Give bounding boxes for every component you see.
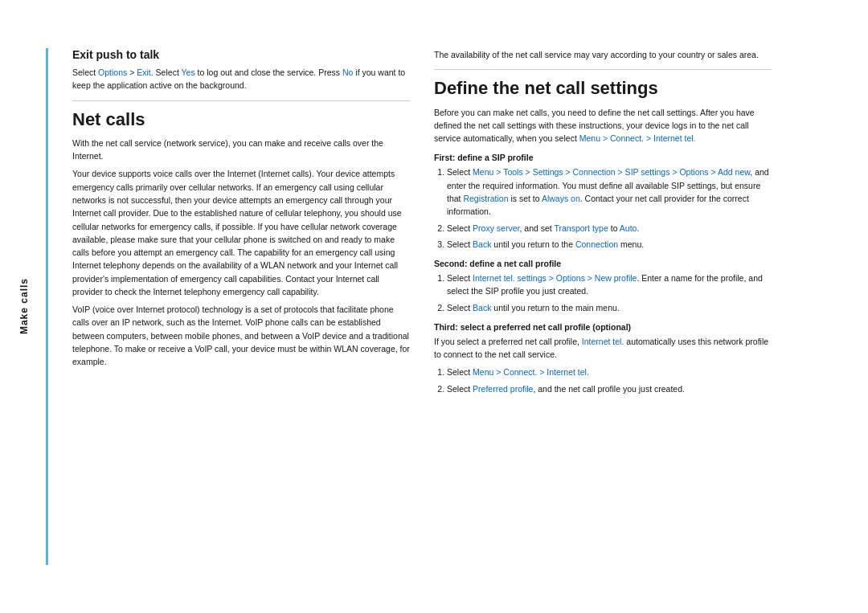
second-step-1: Select Internet tel. settings > Options … [447, 272, 772, 298]
yes-link[interactable]: Yes [182, 67, 195, 77]
first-section-header: First: define a SIP profile [434, 153, 772, 162]
options-link[interactable]: Options [98, 67, 127, 77]
transport-type-link[interactable]: Transport type [554, 223, 608, 233]
net-calls-section: Net calls With the net call service (net… [72, 109, 410, 369]
menu-connect-internet-link[interactable]: Menu > Connect. > Internet tel. [473, 367, 589, 377]
internet-tel-settings-link[interactable]: Internet tel. settings > Options > New p… [473, 273, 637, 283]
net-calls-title: Net calls [72, 109, 410, 130]
preferred-profile-link[interactable]: Preferred profile [473, 384, 533, 394]
no-link[interactable]: No [342, 67, 353, 77]
second-step-2: Select Back until you return to the main… [447, 301, 772, 314]
main-content: Exit push to talk Select Options > Exit.… [48, 32, 868, 581]
back-link-1[interactable]: Back [473, 239, 491, 249]
define-intro: Before you can make net calls, you need … [434, 106, 772, 145]
net-calls-para2: Your device supports voice calls over th… [72, 167, 410, 298]
sidebar-label: Make calls [18, 278, 30, 334]
first-step-1: Select Menu > Tools > Settings > Connect… [447, 166, 772, 218]
sip-settings-link[interactable]: Menu > Tools > Settings > Connection > S… [473, 167, 750, 177]
sidebar: Make calls [0, 32, 48, 581]
registration-link[interactable]: Registration [463, 194, 508, 203]
page-container: Make calls Exit push to talk Select Opti… [0, 0, 868, 613]
third-intro: If you select a preferred net call profi… [434, 335, 772, 362]
first-step-2: Select Proxy server, and set Transport t… [447, 222, 772, 235]
define-section: Define the net call settings Before you … [434, 78, 772, 395]
left-column: Exit push to talk Select Options > Exit.… [72, 48, 410, 565]
first-steps-list: Select Menu > Tools > Settings > Connect… [434, 166, 772, 251]
menu-connect-link[interactable]: Menu > Connect. > Internet tel. [579, 133, 696, 143]
net-calls-para1: With the net call service (network servi… [72, 137, 410, 163]
proxy-server-link[interactable]: Proxy server [473, 223, 519, 233]
first-step-3: Select Back until you return to the Conn… [447, 238, 772, 251]
third-steps-list: Select Menu > Connect. > Internet tel. S… [434, 366, 772, 395]
always-on-link[interactable]: Always on [542, 194, 580, 203]
net-calls-para3: VoIP (voice over Internet protocol) tech… [72, 303, 410, 368]
right-column: The availability of the net call service… [434, 48, 772, 565]
connection-link[interactable]: Connection [575, 239, 618, 249]
auto-link[interactable]: Auto [620, 223, 637, 233]
third-step-1: Select Menu > Connect. > Internet tel. [447, 366, 772, 378]
sidebar-bar [46, 48, 48, 565]
availability-text: The availability of the net call service… [434, 48, 772, 61]
second-section-header: Second: define a net call profile [434, 259, 772, 268]
exit-push-title: Exit push to talk [72, 48, 410, 61]
exit-link[interactable]: Exit [137, 67, 151, 77]
exit-push-body: Select Options > Exit. Select Yes to log… [72, 66, 410, 92]
exit-push-section: Exit push to talk Select Options > Exit.… [72, 48, 410, 92]
divider-1 [72, 100, 410, 101]
define-title: Define the net call settings [434, 78, 772, 99]
third-step-2: Select Preferred profile, and the net ca… [447, 382, 772, 395]
back-link-2[interactable]: Back [473, 303, 491, 313]
divider-2 [434, 69, 772, 70]
third-section-header: Third: select a preferred net call profi… [434, 322, 772, 332]
second-steps-list: Select Internet tel. settings > Options … [434, 272, 772, 314]
internet-tel-link[interactable]: Internet tel. [582, 337, 624, 346]
